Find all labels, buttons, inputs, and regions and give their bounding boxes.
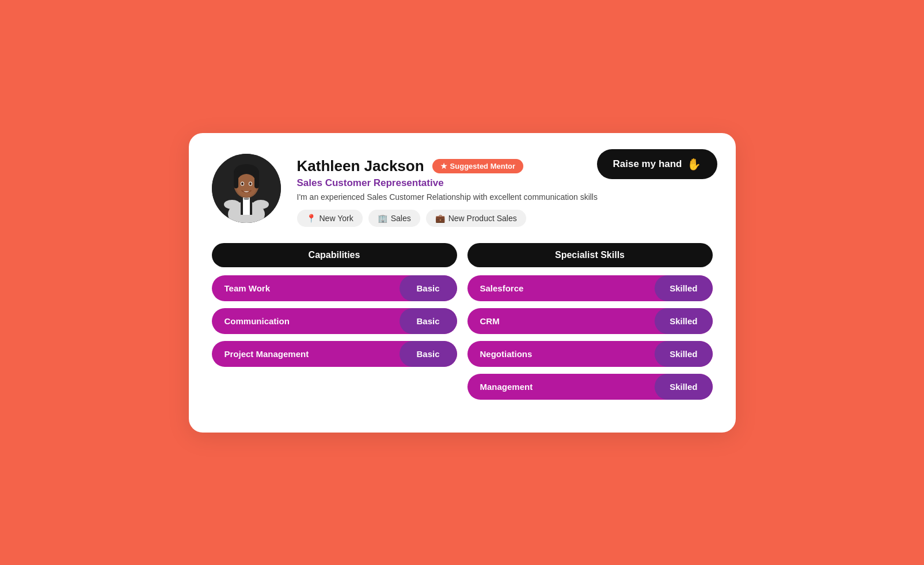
skill-row-crm: CRM Skilled <box>467 308 713 334</box>
skill-row-negotiations: Negotiations Skilled <box>467 341 713 367</box>
svg-point-9 <box>224 200 240 209</box>
screen: Raise my hand ✋ <box>0 0 924 565</box>
svg-point-11 <box>244 198 249 200</box>
hand-icon: ✋ <box>687 157 701 171</box>
skill-level-negotiations: Skilled <box>655 341 712 367</box>
svg-rect-4 <box>234 171 238 188</box>
svg-rect-8 <box>243 198 250 215</box>
tag-specialty: 💼 New Product Sales <box>426 210 526 227</box>
building-icon: 🏢 <box>378 214 387 223</box>
skill-level-salesforce: Skilled <box>655 275 712 301</box>
avatar-image <box>212 154 281 223</box>
skill-row-salesforce: Salesforce Skilled <box>467 275 713 301</box>
avatar <box>212 154 281 223</box>
briefcase-icon: 💼 <box>435 214 445 223</box>
tag-location-label: New York <box>320 214 353 223</box>
capability-name-teamwork: Team Work <box>212 275 400 301</box>
svg-point-10 <box>253 200 269 209</box>
svg-rect-5 <box>254 171 259 188</box>
skill-name-crm: CRM <box>467 308 655 334</box>
skill-name-management: Management <box>467 374 655 400</box>
capability-level-teamwork: Basic <box>400 275 457 301</box>
specialist-skills-column: Specialist Skills Salesforce Skilled CRM… <box>467 243 713 407</box>
specialist-skills-header: Specialist Skills <box>467 243 713 267</box>
capability-name-communication: Communication <box>212 308 400 334</box>
capability-level-pm: Basic <box>400 341 457 367</box>
raise-hand-label: Raise my hand <box>613 158 682 170</box>
tag-industry: 🏢 Sales <box>368 210 420 227</box>
capability-row-pm: Project Management Basic <box>212 341 457 367</box>
profile-card: Raise my hand ✋ <box>189 133 736 433</box>
capability-row-teamwork: Team Work Basic <box>212 275 457 301</box>
badge-label: Suggested Mentor <box>450 162 515 170</box>
capability-row-communication: Communication Basic <box>212 308 457 334</box>
location-icon: 📍 <box>306 214 316 223</box>
skill-name-negotiations: Negotiations <box>467 341 655 367</box>
svg-point-3 <box>236 174 257 197</box>
tags-row: 📍 New York 🏢 Sales 💼 New Product Sales <box>297 210 713 227</box>
raise-hand-button[interactable]: Raise my hand ✋ <box>597 149 717 179</box>
svg-point-14 <box>241 182 244 185</box>
svg-point-15 <box>249 182 252 185</box>
person-bio: I'm an experienced Sales Customer Relati… <box>297 192 713 202</box>
skill-name-salesforce: Salesforce <box>467 275 655 301</box>
tag-industry-label: Sales <box>391 214 411 223</box>
person-name: Kathleen Jackson <box>297 157 424 175</box>
tag-specialty-label: New Product Sales <box>448 214 517 223</box>
capability-level-communication: Basic <box>400 308 457 334</box>
star-icon: ★ <box>440 162 447 170</box>
skills-section: Capabilities Team Work Basic Communicati… <box>212 243 713 407</box>
capabilities-column: Capabilities Team Work Basic Communicati… <box>212 243 457 407</box>
tag-location: 📍 New York <box>297 210 363 227</box>
skill-level-management: Skilled <box>655 374 712 400</box>
capabilities-header: Capabilities <box>212 243 457 267</box>
skill-level-crm: Skilled <box>655 308 712 334</box>
skill-row-management: Management Skilled <box>467 374 713 400</box>
person-role: Sales Customer Representative <box>297 177 713 189</box>
suggested-mentor-badge: ★ Suggested Mentor <box>432 159 523 173</box>
capability-name-pm: Project Management <box>212 341 400 367</box>
